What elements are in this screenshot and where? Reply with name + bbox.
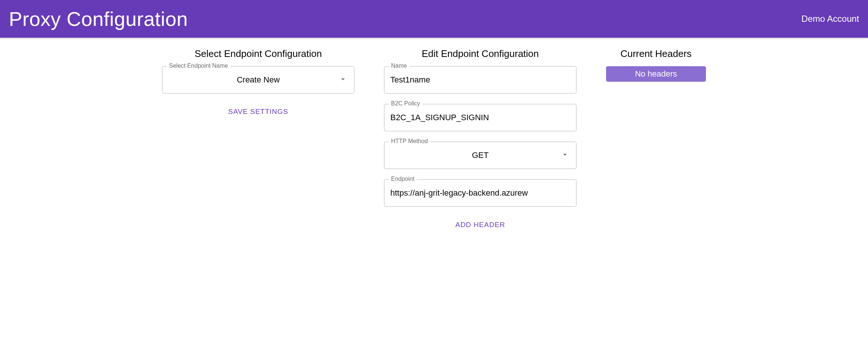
- b2c-policy-field-wrapper: B2C Policy: [384, 104, 576, 131]
- app-header: Proxy Configuration Demo Account: [0, 0, 868, 38]
- endpoint-label: Endpoint: [389, 176, 417, 182]
- http-method-label: HTTP Method: [389, 138, 430, 144]
- save-settings-button[interactable]: Save Settings: [222, 104, 295, 119]
- select-endpoint-name-select[interactable]: Select Endpoint Name Create New: [162, 66, 354, 94]
- name-label: Name: [389, 63, 409, 69]
- select-endpoint-column: Select Endpoint Configuration Select End…: [162, 48, 354, 233]
- endpoint-field-wrapper: Endpoint: [384, 179, 576, 207]
- http-method-value: GET: [390, 143, 570, 168]
- select-endpoint-name-label: Select Endpoint Name: [167, 63, 230, 69]
- add-header-button[interactable]: Add Header: [449, 217, 512, 233]
- edit-endpoint-column: Edit Endpoint Configuration Name B2C Pol…: [384, 48, 576, 233]
- no-headers-badge: No headers: [606, 66, 706, 82]
- name-field-wrapper: Name: [384, 66, 576, 94]
- endpoint-input[interactable]: [390, 181, 570, 205]
- b2c-policy-label: B2C Policy: [389, 101, 422, 107]
- account-name[interactable]: Demo Account: [801, 14, 859, 24]
- select-endpoint-name-field: Select Endpoint Name Create New: [162, 66, 354, 94]
- edit-section-title: Edit Endpoint Configuration: [422, 48, 539, 60]
- b2c-policy-input[interactable]: [390, 105, 570, 130]
- name-input[interactable]: [390, 68, 570, 92]
- http-method-field-wrapper: HTTP Method GET: [384, 142, 576, 169]
- select-section-title: Select Endpoint Configuration: [195, 48, 322, 60]
- current-headers-column: Current Headers No headers: [606, 48, 706, 233]
- main-content: Select Endpoint Configuration Select End…: [97, 38, 771, 233]
- page-title: Proxy Configuration: [9, 7, 188, 30]
- headers-section-title: Current Headers: [620, 48, 692, 60]
- select-endpoint-name-value: Create New: [168, 68, 348, 92]
- http-method-select[interactable]: HTTP Method GET: [384, 142, 576, 169]
